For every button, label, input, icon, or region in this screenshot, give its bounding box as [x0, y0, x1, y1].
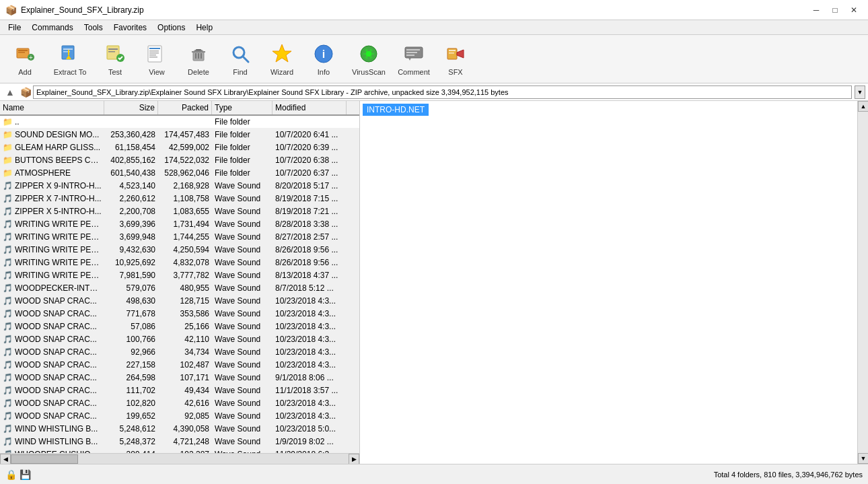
virusscan-button[interactable]: VirusScan [346, 39, 392, 79]
find-button[interactable]: Find [221, 39, 260, 79]
cell-type: Wave Sound [212, 296, 273, 306]
table-row[interactable]: 🎵 ZIPPER X 9-INTRO-H... 4,523,140 2,168,… [0, 180, 359, 193]
svg-rect-2 [18, 52, 25, 53]
file-name: WRITING WRITE PEN... [15, 245, 102, 254]
cell-modified: 8/26/2018 9:56 ... [273, 258, 347, 267]
column-headers: Name Size Packed Type Modified [0, 101, 359, 116]
file-name: WIND WHISTLING B... [15, 437, 98, 446]
menu-help[interactable]: Help [190, 22, 218, 34]
menu-file[interactable]: File [3, 22, 26, 34]
scroll-thumb[interactable] [11, 454, 78, 464]
svg-rect-47 [449, 50, 456, 51]
table-row[interactable]: 🎵 WOODPECKER-INTR... 579,076 480,955 Wav… [0, 282, 359, 295]
sound-icon: 🎵 [3, 399, 13, 408]
sound-icon: 🎵 [3, 309, 13, 318]
delete-button[interactable]: Delete [179, 39, 218, 79]
cell-packed: 128,715 [158, 296, 212, 306]
scroll-right-button[interactable]: ▶ [349, 454, 359, 464]
table-row[interactable]: 🎵 WOOD SNAP CRAC... 264,598 107,171 Wave… [0, 372, 359, 384]
table-row[interactable]: 📁 GLEAM HARP GLISS... 61,158,454 42,599,… [0, 141, 359, 154]
table-row[interactable]: 🎵 WOOD SNAP CRAC... 227,158 102,487 Wave… [0, 359, 359, 372]
table-row[interactable]: 🎵 WIND WHISTLING B... 5,248,372 4,721,24… [0, 436, 359, 448]
menu-options[interactable]: Options [152, 22, 190, 34]
folder-icon: 📁 [3, 155, 13, 165]
right-scroll-down[interactable]: ▼ [858, 453, 868, 464]
test-button[interactable]: Test [96, 39, 135, 79]
table-row[interactable]: 🎵 WRITING WRITE PEN... 9,432,630 4,250,5… [0, 244, 359, 256]
minimize-button[interactable]: ─ [807, 3, 825, 17]
table-row[interactable]: 🎵 WOOD SNAP CRAC... 100,766 42,110 Wave … [0, 333, 359, 346]
right-scroll-up[interactable]: ▲ [858, 101, 868, 112]
cell-modified: 10/23/2018 4:3... [273, 322, 347, 331]
cell-packed: 4,250,594 [158, 245, 212, 254]
table-row[interactable]: 🎵 WOOD SNAP CRAC... 92,966 34,734 Wave S… [0, 346, 359, 359]
menu-tools[interactable]: Tools [79, 22, 108, 34]
table-row[interactable]: 📁 .. File folder [0, 116, 359, 129]
extract-button[interactable]: Extract To [47, 39, 93, 79]
menu-commands[interactable]: Commands [26, 22, 78, 34]
table-row[interactable]: 📁 SOUND DESIGN MO... 253,360,428 174,457… [0, 129, 359, 141]
cell-type: File folder [212, 168, 273, 178]
close-button[interactable]: ✕ [845, 3, 863, 17]
table-row[interactable]: 🎵 WRITING WRITE PEN... 7,981,590 3,777,7… [0, 269, 359, 282]
address-input[interactable] [33, 85, 852, 99]
table-row[interactable]: 🎵 WOOD SNAP CRAC... 771,678 353,586 Wave… [0, 308, 359, 320]
nav-up-button[interactable]: ▲ [3, 85, 17, 99]
cell-packed: 4,721,248 [158, 437, 212, 446]
view-label: View [149, 68, 165, 76]
table-row[interactable]: 📁 BUTTONS BEEPS CLI... 402,855,162 174,5… [0, 154, 359, 167]
table-row[interactable]: 🎵 WOOD SNAP CRAC... 102,820 42,616 Wave … [0, 397, 359, 410]
cell-type: Wave Sound [212, 258, 273, 267]
sfx-button[interactable]: SFX [436, 39, 475, 79]
add-button[interactable]: + Add [5, 39, 44, 79]
menu-favorites[interactable]: Favorites [108, 22, 152, 34]
table-row[interactable]: 🎵 WOOD SNAP CRAC... 57,086 25,166 Wave S… [0, 320, 359, 333]
table-row[interactable]: 🎵 WRITING WRITE PEN... 3,699,396 1,731,4… [0, 218, 359, 231]
cell-modified: 8/13/2018 4:37 ... [273, 271, 347, 280]
view-button[interactable]: View [137, 39, 176, 79]
sound-icon: 🎵 [3, 335, 13, 344]
address-dropdown-button[interactable]: ▼ [855, 85, 865, 99]
scroll-left-button[interactable]: ◀ [0, 454, 11, 464]
cell-packed: 49,434 [158, 386, 212, 395]
col-header-modified[interactable]: Modified [273, 101, 347, 114]
right-panel-scrollbar[interactable]: ▲ ▼ [857, 101, 868, 464]
col-header-packed[interactable]: Packed [158, 101, 212, 114]
cell-type: Wave Sound [212, 373, 273, 382]
info-button[interactable]: i Info [304, 39, 343, 79]
table-row[interactable]: 🎵 ZIPPER X 5-INTRO-H... 2,200,708 1,083,… [0, 205, 359, 218]
col-header-type[interactable]: Type [212, 101, 273, 114]
file-panel: Name Size Packed Type Modified 📁 .. File… [0, 101, 360, 464]
horizontal-scrollbar[interactable]: ◀ ▶ [0, 453, 359, 464]
cell-name: 🎵 WOOD SNAP CRAC... [0, 322, 104, 331]
wizard-button[interactable]: Wizard [262, 39, 301, 79]
table-row[interactable]: 🎵 WHOOPEE CUSHIO... 389,414 192,387 Wave… [0, 448, 359, 453]
file-name: WOOD SNAP CRAC... [15, 399, 97, 408]
table-row[interactable]: 🎵 WRITING WRITE PEN... 3,699,948 1,744,2… [0, 231, 359, 244]
file-name: WOOD SNAP CRAC... [15, 386, 97, 395]
comment-button[interactable]: Comment [394, 39, 433, 79]
extract-icon [58, 42, 82, 66]
table-row[interactable]: 🎵 WRITING WRITE PEN... 10,925,692 4,832,… [0, 256, 359, 269]
table-row[interactable]: 🎵 ZIPPER X 7-INTRO-H... 2,260,612 1,108,… [0, 193, 359, 205]
cell-type: File folder [212, 155, 273, 165]
folder-icon: 📁 [3, 168, 13, 178]
cell-packed: 1,731,494 [158, 219, 212, 229]
col-header-size[interactable]: Size [104, 101, 158, 114]
file-name: SOUND DESIGN MO... [15, 130, 99, 139]
table-row[interactable]: 🎵 WOOD SNAP CRAC... 498,630 128,715 Wave… [0, 295, 359, 308]
file-list[interactable]: 📁 .. File folder 📁 SOUND DESIGN MO... 25… [0, 116, 359, 453]
table-row[interactable]: 🎵 WIND WHISTLING B... 5,248,612 4,390,05… [0, 423, 359, 436]
cell-name: 🎵 WOOD SNAP CRAC... [0, 373, 104, 382]
cell-packed: 4,832,078 [158, 258, 212, 267]
col-header-name[interactable]: Name [0, 101, 104, 114]
table-row[interactable]: 📁 ATMOSPHERE 601,540,438 528,962,046 Fil… [0, 167, 359, 180]
maximize-button[interactable]: □ [826, 3, 844, 17]
scroll-track[interactable] [11, 454, 349, 464]
table-row[interactable]: 🎵 WOOD SNAP CRAC... 199,652 92,085 Wave … [0, 410, 359, 423]
cell-type: Wave Sound [212, 232, 273, 242]
table-row[interactable]: 🎵 WOOD SNAP CRAC... 111,702 49,434 Wave … [0, 384, 359, 397]
info-icon: i [312, 42, 336, 66]
svg-rect-19 [149, 57, 157, 58]
cell-name: 🎵 WOODPECKER-INTR... [0, 283, 104, 293]
